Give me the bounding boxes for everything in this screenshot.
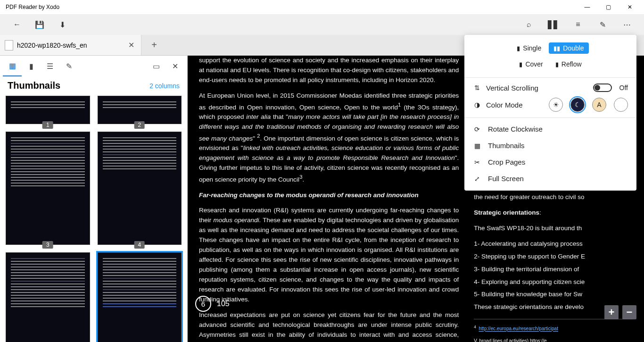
close-icon	[172, 62, 178, 71]
single-icon: ▮	[517, 45, 520, 52]
color-none[interactable]	[614, 98, 628, 112]
action-rotate[interactable]: ⟳Rotate Clockwise	[464, 121, 636, 137]
thumbnail-page-1[interactable]: 1	[6, 96, 90, 124]
thumbnail-page-3[interactable]: 3	[6, 132, 90, 245]
colormode-icon: ◑	[473, 101, 481, 108]
mode-single[interactable]: ▮Single	[512, 42, 546, 54]
zoom-controls: + −	[604, 305, 636, 319]
sidebar-tabs: ▮ ☰	[0, 56, 187, 76]
grid-icon	[9, 61, 16, 70]
current-page: 6	[201, 300, 205, 308]
sidebar-tab-outline[interactable]: ☰	[41, 56, 59, 76]
thumbnail-page-2[interactable]: 2	[98, 96, 182, 124]
pencil-icon	[66, 62, 72, 71]
app-title: PDF Reader by Xodo	[4, 4, 577, 10]
sidebar-fit-button[interactable]	[147, 56, 165, 76]
window-maximize-button[interactable]: ▢	[598, 0, 619, 14]
thumbnails-icon: ▦	[473, 142, 481, 150]
view-options-dropdown: ▮Single ▮▮Double ▮Cover ▮Reflow ⇅ Vertic…	[464, 35, 636, 191]
tab-close-button[interactable]: ✕	[126, 41, 136, 50]
sidebar: ▮ ☰ Thumbnails 2 columns 1 2 3 4 5 6	[0, 56, 188, 342]
sidebar-close-button[interactable]	[165, 56, 184, 76]
crop-icon: ✂	[473, 158, 481, 166]
thumbnail-page-6[interactable]: 6	[98, 252, 182, 342]
zoom-out-button[interactable]: −	[622, 305, 636, 319]
layout-icon: ≡	[576, 20, 580, 29]
search-icon: ⌕	[527, 20, 531, 29]
zoom-in-button[interactable]: +	[604, 305, 619, 319]
more-button[interactable]: ⋯	[616, 14, 638, 35]
layout-button[interactable]: ≡	[567, 14, 589, 35]
outline-icon: ☰	[47, 62, 53, 71]
rotate-icon: ⟳	[473, 125, 481, 133]
sidebar-tab-annotations[interactable]	[59, 56, 78, 76]
thumbnail-grid: 1 2 3 4 5 6	[0, 96, 187, 342]
save-copy-button[interactable]: ⬇	[51, 14, 74, 35]
title-bar: PDF Reader by Xodo — ▢ ✕	[0, 0, 644, 14]
sidebar-tab-bookmarks[interactable]: ▮	[22, 56, 41, 76]
mode-reflow[interactable]: ▮Reflow	[551, 58, 586, 70]
vscroll-state: Off	[619, 84, 628, 92]
cover-icon: ▮	[519, 61, 522, 68]
action-crop[interactable]: ✂Crop Pages	[464, 154, 636, 170]
sidebar-tab-thumbnails[interactable]	[3, 56, 22, 76]
mode-cover[interactable]: ▮Cover	[514, 58, 547, 70]
total-pages: 105	[217, 300, 230, 308]
color-sepia[interactable]: A	[592, 98, 606, 112]
window-minimize-button[interactable]: —	[577, 0, 598, 14]
reflow-icon: ▮	[555, 61, 559, 68]
view-mode-button[interactable]: ▋▋	[542, 14, 565, 35]
main-toolbar: ← 💾 ⬇ ⌕ ▋▋ ≡ ✎ ⋯	[0, 14, 644, 35]
view-icon: ▋▋	[548, 20, 559, 29]
vscroll-label: Vertical Scrolling	[486, 84, 588, 92]
document-tab[interactable]: h2020-wp1820-swfs_en ✕	[0, 35, 141, 55]
tab-label: h2020-wp1820-swfs_en	[17, 42, 123, 49]
page-indicator[interactable]: 6 105	[195, 296, 230, 312]
window-close-button[interactable]: ✕	[619, 0, 640, 14]
mode-double[interactable]: ▮▮Double	[549, 42, 588, 54]
bookmark-icon: ▮	[29, 62, 33, 71]
action-thumbnails[interactable]: ▦Thumbnails	[464, 137, 636, 154]
colormode-label: Color Mode	[486, 101, 544, 109]
double-icon: ▮▮	[553, 45, 560, 52]
vscroll-icon: ⇅	[473, 84, 481, 92]
action-fullscreen[interactable]: ⤢Full Screen	[464, 170, 636, 187]
vscroll-toggle[interactable]	[593, 83, 612, 92]
page-left: support the evolution of science and soc…	[199, 56, 459, 342]
new-tab-button[interactable]: +	[141, 35, 167, 55]
thumbnail-page-5[interactable]: 5	[6, 252, 90, 342]
color-dark[interactable]: ☾	[570, 98, 585, 112]
sidebar-title: Thumbnails	[8, 80, 149, 91]
search-button[interactable]: ⌕	[518, 14, 540, 35]
columns-link[interactable]: 2 columns	[149, 82, 180, 90]
pencil-icon: ✎	[600, 20, 606, 29]
document-icon	[5, 40, 13, 50]
more-icon: ⋯	[623, 20, 631, 29]
save-button[interactable]: 💾	[28, 14, 51, 35]
fullscreen-icon: ⤢	[473, 175, 481, 183]
color-bright[interactable]: ☀	[549, 98, 563, 112]
annotate-button[interactable]: ✎	[591, 14, 614, 35]
back-button[interactable]: ←	[6, 14, 28, 35]
thumbnail-page-4[interactable]: 4	[98, 132, 182, 245]
fit-icon	[153, 62, 160, 71]
